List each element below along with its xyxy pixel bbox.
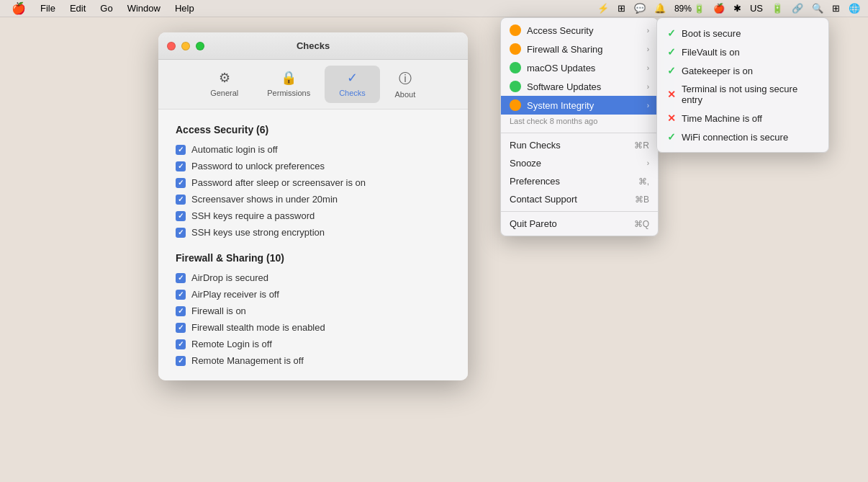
bluetooth-icon[interactable]: ✱ xyxy=(731,3,743,14)
menu-item-firewall-sharing[interactable]: Firewall & Sharing › xyxy=(501,40,658,58)
menu-item-snooze[interactable]: Snooze › xyxy=(501,154,658,172)
tab-checks[interactable]: ✓ Checks xyxy=(325,66,380,103)
last-check-info: Last check 8 months ago xyxy=(501,115,658,130)
submenu-item-boot: ✓ Boot is secure xyxy=(657,24,828,43)
search-icon[interactable]: 🔍 xyxy=(810,3,826,14)
access-security-label: Access Security xyxy=(527,25,647,36)
access-security-icon xyxy=(510,24,521,36)
list-item: Firewall is on xyxy=(176,305,451,316)
check-label-3: Password after sleep or screensaver is o… xyxy=(191,177,366,188)
menubar-left: 🍎 File Edit Go Window Help xyxy=(6,0,200,17)
finder-icon[interactable]: 🍎 xyxy=(711,3,727,14)
submenu-item-gatekeeper: ✓ Gatekeeper is on xyxy=(657,61,828,80)
minimize-button[interactable] xyxy=(181,42,190,50)
menu-icon-3[interactable]: 🔔 xyxy=(652,3,668,14)
check-label-1: Automatic login is off xyxy=(191,144,278,155)
menu-item-preferences[interactable]: Preferences ⌘, xyxy=(501,172,658,190)
list-item: Password to unlock preferences xyxy=(176,161,451,171)
menu-icon-2[interactable]: 💬 xyxy=(632,3,648,14)
checkbox-1[interactable] xyxy=(176,145,186,155)
checkbox-7[interactable] xyxy=(176,273,186,283)
chevron-right-icon: › xyxy=(647,159,649,167)
menubar-go[interactable]: Go xyxy=(94,1,118,15)
chevron-right-icon: › xyxy=(647,27,649,35)
separator-1 xyxy=(501,133,658,133)
check-fail-icon: ✕ xyxy=(667,112,676,124)
menu-item-quit[interactable]: Quit Pareto ⌘Q xyxy=(501,215,658,233)
list-item: Remote Management is off xyxy=(176,355,451,366)
list-item: Password after sleep or screensaver is o… xyxy=(176,177,451,188)
link-icon[interactable]: 🔗 xyxy=(790,3,805,14)
chevron-right-icon: › xyxy=(647,102,649,110)
tab-about[interactable]: ⓘ About xyxy=(380,66,430,103)
menubar-window[interactable]: Window xyxy=(122,1,166,15)
system-integrity-icon xyxy=(510,99,521,111)
checkbox-11[interactable] xyxy=(176,339,186,349)
checkbox-10[interactable] xyxy=(176,323,186,333)
check-pass-icon: ✓ xyxy=(667,65,676,76)
checkbox-2[interactable] xyxy=(176,161,186,171)
menubar-edit[interactable]: Edit xyxy=(64,1,91,15)
checkbox-9[interactable] xyxy=(176,306,186,316)
menu-item-system-integrity[interactable]: System Integrity › xyxy=(501,96,658,115)
list-item: Screensaver shows in under 20min xyxy=(176,194,451,205)
preferences-shortcut: ⌘, xyxy=(638,177,649,187)
dropdown-menu: Access Security › Firewall & Sharing › m… xyxy=(500,17,659,236)
menu-icon-1[interactable]: ⊞ xyxy=(615,3,628,14)
filevault-label: FileVault is on xyxy=(682,47,740,58)
battery-display[interactable]: 89% 🔋 xyxy=(672,4,707,14)
menu-item-software-updates[interactable]: Software Updates › xyxy=(501,77,658,96)
menu-item-access-security[interactable]: Access Security › xyxy=(501,21,658,40)
list-item: AirPlay receiver is off xyxy=(176,289,451,300)
menubar: 🍎 File Edit Go Window Help ⚡ ⊞ 💬 🔔 89% 🔋… xyxy=(0,0,868,17)
check-pass-icon: ✓ xyxy=(667,46,676,58)
submenu-item-timemachine: ✕ Time Machine is off xyxy=(657,109,828,128)
tab-checks-label: Checks xyxy=(339,89,366,97)
checkbox-3[interactable] xyxy=(176,178,186,188)
submenu-item-filevault: ✓ FileVault is on xyxy=(657,43,828,61)
system-integrity-label: System Integrity xyxy=(527,100,647,111)
tab-general[interactable]: ⚙ General xyxy=(196,66,253,103)
check-label-6: SSH keys use strong encryption xyxy=(191,227,325,238)
check-label-7: AirDrop is secured xyxy=(191,272,268,283)
checkbox-8[interactable] xyxy=(176,290,186,300)
firewall-sharing-section: Firewall & Sharing (10) AirDrop is secur… xyxy=(176,252,451,366)
check-label-5: SSH keys require a password xyxy=(191,210,315,221)
us-flag[interactable]: US xyxy=(748,3,765,14)
menubar-file[interactable]: File xyxy=(35,1,61,15)
check-label-10: Firewall stealth mode is enabled xyxy=(191,322,325,333)
access-security-title: Access Security (6) xyxy=(176,124,451,135)
maximize-button[interactable] xyxy=(196,42,204,50)
content-area: Access Security (6) Automatic login is o… xyxy=(158,110,468,380)
chevron-right-icon: › xyxy=(647,64,649,72)
check-label-9: Firewall is on xyxy=(191,305,246,316)
list-item: AirDrop is secured xyxy=(176,272,451,283)
check-label-4: Screensaver shows in under 20min xyxy=(191,194,338,205)
tab-permissions-label: Permissions xyxy=(267,89,310,97)
battery-icon-2[interactable]: 🔋 xyxy=(769,3,785,14)
window-controls xyxy=(167,42,204,50)
boot-secure-label: Boot is secure xyxy=(682,28,741,39)
menu-item-contact-support[interactable]: Contact Support ⌘B xyxy=(501,190,658,208)
pareto-icon[interactable]: ⚡ xyxy=(595,3,611,14)
contact-support-label: Contact Support xyxy=(510,194,635,205)
snooze-label: Snooze xyxy=(510,158,647,169)
checkbox-4[interactable] xyxy=(176,195,186,205)
menu-item-run-checks[interactable]: Run Checks ⌘R xyxy=(501,136,658,154)
checkbox-12[interactable] xyxy=(176,356,186,366)
main-window: Checks ⚙ General 🔒 Permissions ✓ Checks … xyxy=(158,32,468,380)
checks-icon: ✓ xyxy=(347,70,358,86)
apple-menu[interactable]: 🍎 xyxy=(6,0,32,17)
tab-toolbar: ⚙ General 🔒 Permissions ✓ Checks ⓘ About xyxy=(158,60,468,110)
checkbox-5[interactable] xyxy=(176,211,186,221)
control-center-icon[interactable]: ⊞ xyxy=(830,3,842,14)
chevron-right-icon: › xyxy=(647,83,649,91)
checkbox-6[interactable] xyxy=(176,228,186,238)
close-button[interactable] xyxy=(167,42,176,50)
software-updates-icon xyxy=(510,81,521,92)
menubar-help[interactable]: Help xyxy=(169,1,200,15)
menu-item-macos-updates[interactable]: macOS Updates › xyxy=(501,58,658,77)
tab-permissions[interactable]: 🔒 Permissions xyxy=(253,66,325,103)
notification-icon[interactable]: 🌐 xyxy=(846,3,862,14)
check-pass-icon: ✓ xyxy=(667,131,676,143)
